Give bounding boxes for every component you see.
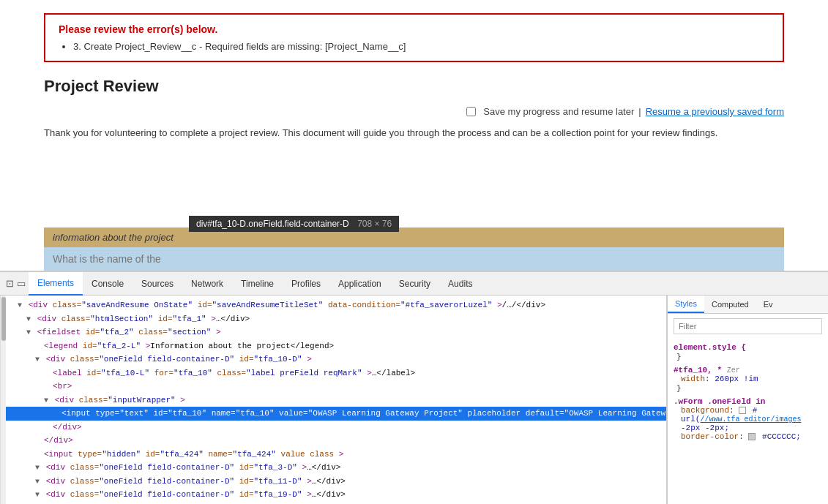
save-progress-row: Save my progress and resume later | Resu…	[44, 106, 784, 117]
tab-network[interactable]: Network	[182, 272, 232, 296]
triangle-icon	[35, 437, 42, 445]
html-line-highlighted[interactable]: <input type="text" id="tfa_10" name="tfa…	[6, 407, 666, 421]
page-area: Please review the error(s) below. 3. Cre…	[0, 0, 828, 271]
html-line[interactable]: <div class="oneField field-container-D" …	[6, 502, 666, 505]
css-rule-block2: .wForm .oneField in background: # url(//…	[674, 397, 822, 441]
html-line[interactable]: </div>	[6, 434, 666, 448]
html-line[interactable]: <legend id="tfa_2-L" >Information about …	[6, 339, 666, 353]
tab-ev[interactable]: Ev	[756, 296, 780, 313]
tab-audits[interactable]: Audits	[439, 272, 481, 296]
html-line[interactable]: <div class="oneField field-container-D" …	[6, 475, 666, 489]
triangle-icon	[44, 369, 51, 377]
html-line[interactable]: <div class="oneField field-container-D" …	[6, 461, 666, 475]
resume-link[interactable]: Resume a previously saved form	[646, 106, 784, 117]
tab-timeline[interactable]: Timeline	[232, 272, 283, 296]
css-selector: #tfa_10, * Zer	[674, 366, 822, 375]
project-name-input[interactable]	[53, 253, 775, 265]
triangle-icon	[44, 424, 51, 432]
save-progress-label: Save my progress and resume later	[483, 106, 634, 117]
triangle-icon	[26, 315, 31, 323]
tab-security[interactable]: Security	[390, 272, 439, 296]
error-item: 3. Create Project_Review__c - Required f…	[73, 41, 769, 52]
triangle-icon	[35, 464, 40, 472]
triangle-icon	[35, 478, 40, 486]
html-line[interactable]: <label id="tfa_10-L" for="tfa_10" class=…	[6, 366, 666, 380]
html-line[interactable]: <div class="saveAndResume OnState" id="s…	[6, 298, 666, 312]
html-line[interactable]: </div>	[6, 421, 666, 435]
form-section: information about the project	[44, 227, 784, 271]
error-box: Please review the error(s) below. 3. Cre…	[44, 13, 784, 62]
form-title: Project Review	[44, 77, 784, 96]
css-rule-block: #tfa_10, * Zer width: 260px !im }	[674, 366, 822, 393]
triangle-icon	[18, 301, 22, 309]
devtools-left: <div class="saveAndResume OnState" id="s…	[0, 296, 667, 504]
tab-console[interactable]: Console	[83, 272, 133, 296]
devtools-tabs: ⊡ ▭ Elements Console Sources Network Tim…	[0, 272, 828, 296]
html-line[interactable]: <div class="inputWrapper" >	[6, 394, 666, 407]
inspect-icon[interactable]: ⊡	[6, 278, 14, 289]
styles-panel: Styles Computed Ev element.style { } #tf…	[667, 296, 828, 504]
html-line[interactable]: <div class="oneField field-container-D" …	[6, 488, 666, 502]
error-title: Please review the error(s) below.	[59, 23, 769, 35]
devtools-panel: ⊡ ▭ Elements Console Sources Network Tim…	[0, 271, 828, 504]
styles-filter-input[interactable]	[674, 318, 822, 334]
css-close: }	[676, 383, 822, 393]
html-line[interactable]: <div class="htmlSection" id="tfa_1" >…</…	[6, 312, 666, 326]
styles-tabs: Styles Computed Ev	[668, 296, 828, 314]
triangle-icon	[44, 383, 51, 391]
triangle-icon	[35, 451, 42, 459]
save-progress-checkbox[interactable]	[466, 107, 476, 116]
html-line[interactable]: <div class="oneField field-container-D" …	[6, 353, 666, 366]
styles-content: element.style { } #tfa_10, * Zer width: …	[668, 314, 828, 504]
form-description: Thank you for volunteering to complete a…	[44, 126, 784, 140]
triangle-icon	[35, 491, 40, 499]
css-rule: width: 260px !im	[681, 375, 822, 383]
tooltip-dims: 708 × 76	[357, 219, 392, 229]
tooltip-selector: div#tfa_10-D.oneField.field-container-D	[196, 219, 349, 229]
html-line[interactable]: <fieldset id="tfa_2" class="section" >	[6, 326, 666, 339]
css-rule2d: border-color: #CCCCCC;	[681, 432, 822, 441]
tab-application[interactable]: Application	[329, 272, 390, 296]
tab-computed[interactable]: Computed	[704, 296, 756, 313]
css-close: }	[676, 352, 822, 361]
scrollbar-track[interactable]	[0, 296, 6, 504]
triangle-icon	[35, 356, 40, 364]
separator: |	[638, 106, 641, 117]
html-line[interactable]: <input type="hidden" id="tfa_424" name="…	[6, 448, 666, 462]
css-selector2: .wForm .oneField in	[674, 397, 822, 406]
elements-panel[interactable]: <div class="saveAndResume OnState" id="s…	[6, 296, 667, 504]
device-icon[interactable]: ▭	[17, 278, 26, 289]
tab-elements[interactable]: Elements	[29, 272, 83, 296]
html-line[interactable]: <br>	[6, 380, 666, 394]
devtools-main: <div class="saveAndResume OnState" id="s…	[0, 296, 828, 504]
triangle-icon	[26, 328, 31, 336]
triangle-icon	[35, 342, 42, 350]
scrollbar-thumb[interactable]	[1, 297, 6, 341]
tooltip-bar: div#tfa_10-D.oneField.field-container-D …	[189, 216, 399, 232]
section-header: information about the project	[44, 227, 784, 247]
css-selector: element.style {	[674, 343, 822, 352]
css-rule2b: url(//www.tfa editor/images	[681, 415, 822, 424]
tab-sources[interactable]: Sources	[133, 272, 182, 296]
color-swatch2	[748, 433, 756, 440]
css-rule2c: -2px -2px;	[681, 424, 822, 432]
tab-profiles[interactable]: Profiles	[283, 272, 329, 296]
highlighted-input-row	[44, 247, 784, 271]
color-swatch	[739, 407, 746, 414]
triangle-icon	[53, 410, 60, 418]
css-rule2a: background: #	[681, 406, 822, 415]
triangle-icon	[44, 396, 48, 405]
tab-styles[interactable]: Styles	[668, 296, 704, 313]
